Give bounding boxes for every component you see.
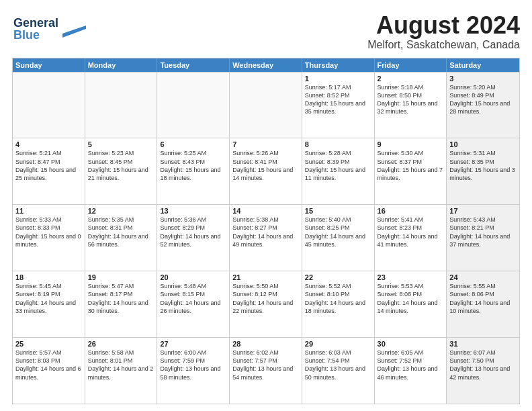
- day-number: 13: [160, 207, 226, 215]
- day-number: 4: [15, 140, 82, 148]
- logo-svg: General Blue: [12, 12, 86, 46]
- calendar-cell-3-4: 14Sunrise: 5:38 AMSunset: 8:27 PMDayligh…: [230, 205, 302, 271]
- cell-details: Sunrise: 5:28 AMSunset: 8:39 PMDaylight:…: [305, 149, 371, 182]
- day-number: 19: [88, 273, 154, 281]
- day-number: 2: [378, 75, 444, 83]
- cell-details: Sunrise: 5:26 AMSunset: 8:41 PMDaylight:…: [232, 149, 299, 182]
- calendar-cell-2-2: 5Sunrise: 5:23 AMSunset: 8:45 PMDaylight…: [85, 138, 158, 204]
- svg-text:Blue: Blue: [13, 28, 40, 42]
- day-number: 17: [449, 207, 517, 215]
- logo: General Blue: [12, 12, 86, 46]
- cell-details: Sunrise: 5:33 AMSunset: 8:33 PMDaylight:…: [15, 216, 82, 248]
- cell-details: Sunrise: 5:58 AMSunset: 8:01 PMDaylight:…: [88, 349, 154, 381]
- page: General Blue August 2024 Melfort, Saskat…: [0, 0, 532, 411]
- calendar-cell-5-5: 29Sunrise: 6:03 AMSunset: 7:54 PMDayligh…: [302, 338, 375, 404]
- day-number: 14: [232, 207, 299, 215]
- cell-details: Sunrise: 5:18 AMSunset: 8:50 PMDaylight:…: [378, 83, 444, 116]
- title-block: August 2024 Melfort, Saskatchewan, Canad…: [367, 12, 520, 51]
- day-number: 3: [449, 75, 517, 83]
- calendar-cell-2-7: 10Sunrise: 5:31 AMSunset: 8:35 PMDayligh…: [447, 138, 519, 204]
- calendar-cell-5-4: 28Sunrise: 6:02 AMSunset: 7:57 PMDayligh…: [230, 338, 302, 404]
- header-monday: Monday: [85, 58, 158, 72]
- header-thursday: Thursday: [302, 58, 375, 72]
- calendar-week-4: 18Sunrise: 5:45 AMSunset: 8:19 PMDayligh…: [13, 271, 519, 337]
- cell-details: Sunrise: 5:48 AMSunset: 8:15 PMDaylight:…: [160, 282, 226, 315]
- main-title: August 2024: [367, 12, 520, 39]
- cell-details: Sunrise: 5:55 AMSunset: 8:06 PMDaylight:…: [449, 282, 517, 315]
- calendar-cell-5-1: 25Sunrise: 5:57 AMSunset: 8:03 PMDayligh…: [13, 338, 85, 404]
- calendar-week-1: 1Sunrise: 5:17 AMSunset: 8:52 PMDaylight…: [13, 72, 519, 138]
- day-number: 25: [15, 340, 82, 348]
- calendar-cell-1-3: [157, 73, 230, 138]
- cell-details: Sunrise: 5:36 AMSunset: 8:29 PMDaylight:…: [160, 216, 226, 248]
- subtitle: Melfort, Saskatchewan, Canada: [367, 39, 520, 51]
- cell-details: Sunrise: 5:41 AMSunset: 8:23 PMDaylight:…: [378, 216, 444, 248]
- calendar-cell-1-7: 3Sunrise: 5:20 AMSunset: 8:49 PMDaylight…: [447, 73, 519, 138]
- day-number: 23: [378, 273, 444, 281]
- cell-details: Sunrise: 5:35 AMSunset: 8:31 PMDaylight:…: [88, 216, 154, 248]
- calendar-cell-2-4: 7Sunrise: 5:26 AMSunset: 8:41 PMDaylight…: [230, 138, 302, 204]
- day-number: 9: [378, 140, 444, 148]
- cell-details: Sunrise: 5:17 AMSunset: 8:52 PMDaylight:…: [305, 83, 371, 116]
- cell-details: Sunrise: 5:40 AMSunset: 8:25 PMDaylight:…: [305, 216, 371, 248]
- header-saturday: Saturday: [447, 58, 519, 72]
- calendar-cell-2-1: 4Sunrise: 5:21 AMSunset: 8:47 PMDaylight…: [13, 138, 85, 204]
- header-tuesday: Tuesday: [157, 58, 230, 72]
- calendar-cell-2-5: 8Sunrise: 5:28 AMSunset: 8:39 PMDaylight…: [302, 138, 375, 204]
- calendar-cell-1-4: [230, 73, 302, 138]
- cell-details: Sunrise: 5:25 AMSunset: 8:43 PMDaylight:…: [160, 149, 226, 182]
- cell-details: Sunrise: 6:00 AMSunset: 7:59 PMDaylight:…: [160, 349, 226, 381]
- cell-details: Sunrise: 5:38 AMSunset: 8:27 PMDaylight:…: [232, 216, 299, 248]
- svg-text:General: General: [13, 16, 58, 30]
- day-number: 8: [305, 140, 371, 148]
- cell-details: Sunrise: 6:02 AMSunset: 7:57 PMDaylight:…: [232, 349, 299, 381]
- calendar-cell-1-5: 1Sunrise: 5:17 AMSunset: 8:52 PMDaylight…: [302, 73, 375, 138]
- calendar-cell-4-6: 23Sunrise: 5:53 AMSunset: 8:08 PMDayligh…: [375, 271, 447, 337]
- calendar-week-3: 11Sunrise: 5:33 AMSunset: 8:33 PMDayligh…: [13, 204, 519, 271]
- day-number: 28: [232, 340, 299, 348]
- cell-details: Sunrise: 5:31 AMSunset: 8:35 PMDaylight:…: [449, 149, 517, 182]
- calendar-cell-5-6: 30Sunrise: 6:05 AMSunset: 7:52 PMDayligh…: [375, 338, 447, 404]
- day-number: 29: [305, 340, 371, 348]
- calendar-cell-3-7: 17Sunrise: 5:43 AMSunset: 8:21 PMDayligh…: [447, 205, 519, 271]
- cell-details: Sunrise: 6:07 AMSunset: 7:50 PMDaylight:…: [449, 349, 517, 381]
- day-number: 22: [305, 273, 371, 281]
- calendar-cell-2-6: 9Sunrise: 5:30 AMSunset: 8:37 PMDaylight…: [375, 138, 447, 204]
- cell-details: Sunrise: 5:45 AMSunset: 8:19 PMDaylight:…: [15, 282, 82, 315]
- calendar-body: 1Sunrise: 5:17 AMSunset: 8:52 PMDaylight…: [13, 72, 519, 404]
- cell-details: Sunrise: 5:57 AMSunset: 8:03 PMDaylight:…: [15, 349, 82, 381]
- calendar-header: Sunday Monday Tuesday Wednesday Thursday…: [13, 58, 519, 72]
- day-number: 7: [232, 140, 299, 148]
- day-number: 15: [305, 207, 371, 215]
- header-wednesday: Wednesday: [230, 58, 302, 72]
- day-number: 10: [449, 140, 517, 148]
- header-sunday: Sunday: [13, 58, 85, 72]
- cell-details: Sunrise: 5:21 AMSunset: 8:47 PMDaylight:…: [15, 149, 82, 182]
- svg-marker-2: [62, 26, 86, 38]
- cell-details: Sunrise: 5:52 AMSunset: 8:10 PMDaylight:…: [305, 282, 371, 315]
- calendar-cell-5-3: 27Sunrise: 6:00 AMSunset: 7:59 PMDayligh…: [157, 338, 230, 404]
- calendar-week-2: 4Sunrise: 5:21 AMSunset: 8:47 PMDaylight…: [13, 138, 519, 204]
- calendar-cell-4-7: 24Sunrise: 5:55 AMSunset: 8:06 PMDayligh…: [447, 271, 519, 337]
- calendar-cell-3-6: 16Sunrise: 5:41 AMSunset: 8:23 PMDayligh…: [375, 205, 447, 271]
- calendar-cell-4-1: 18Sunrise: 5:45 AMSunset: 8:19 PMDayligh…: [13, 271, 85, 337]
- cell-details: Sunrise: 6:05 AMSunset: 7:52 PMDaylight:…: [378, 349, 444, 381]
- calendar-week-5: 25Sunrise: 5:57 AMSunset: 8:03 PMDayligh…: [13, 337, 519, 404]
- calendar-cell-3-3: 13Sunrise: 5:36 AMSunset: 8:29 PMDayligh…: [157, 205, 230, 271]
- day-number: 16: [378, 207, 444, 215]
- calendar-cell-3-5: 15Sunrise: 5:40 AMSunset: 8:25 PMDayligh…: [302, 205, 375, 271]
- calendar-cell-3-2: 12Sunrise: 5:35 AMSunset: 8:31 PMDayligh…: [85, 205, 158, 271]
- cell-details: Sunrise: 5:23 AMSunset: 8:45 PMDaylight:…: [88, 149, 154, 182]
- calendar-cell-4-2: 19Sunrise: 5:47 AMSunset: 8:17 PMDayligh…: [85, 271, 158, 337]
- day-number: 5: [88, 140, 154, 148]
- calendar-cell-3-1: 11Sunrise: 5:33 AMSunset: 8:33 PMDayligh…: [13, 205, 85, 271]
- calendar-cell-4-4: 21Sunrise: 5:50 AMSunset: 8:12 PMDayligh…: [230, 271, 302, 337]
- calendar-cell-1-6: 2Sunrise: 5:18 AMSunset: 8:50 PMDaylight…: [375, 73, 447, 138]
- calendar: Sunday Monday Tuesday Wednesday Thursday…: [12, 58, 520, 404]
- calendar-cell-5-2: 26Sunrise: 5:58 AMSunset: 8:01 PMDayligh…: [85, 338, 158, 404]
- calendar-cell-5-7: 31Sunrise: 6:07 AMSunset: 7:50 PMDayligh…: [447, 338, 519, 404]
- header: General Blue August 2024 Melfort, Saskat…: [12, 12, 520, 51]
- day-number: 12: [88, 207, 154, 215]
- day-number: 27: [160, 340, 226, 348]
- cell-details: Sunrise: 5:30 AMSunset: 8:37 PMDaylight:…: [378, 149, 444, 182]
